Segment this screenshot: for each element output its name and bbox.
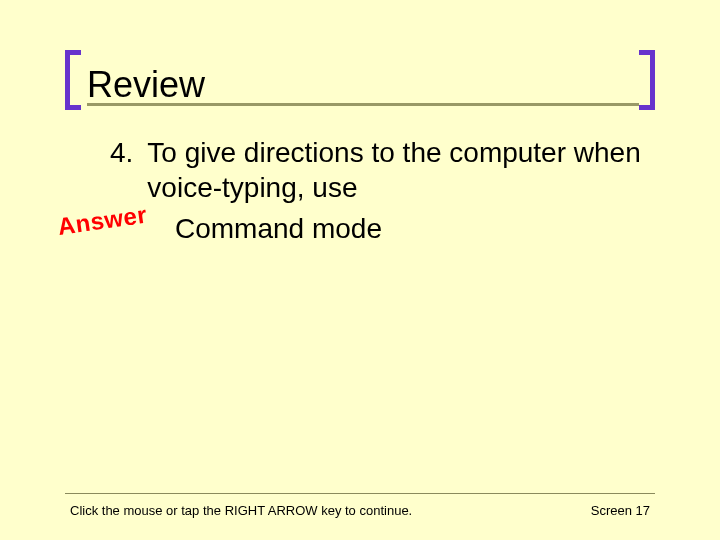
footer-divider xyxy=(65,493,655,494)
page-title: Review xyxy=(87,67,639,106)
bracket-right-icon xyxy=(639,50,655,110)
answer-label: Answer xyxy=(56,201,149,241)
question-text: To give directions to the computer when … xyxy=(147,135,650,205)
question-block: 4. To give directions to the computer wh… xyxy=(110,135,650,205)
question-number: 4. xyxy=(110,135,133,205)
answer-text: Command mode xyxy=(175,213,382,245)
footer-instruction: Click the mouse or tap the RIGHT ARROW k… xyxy=(70,503,412,518)
title-bar: Review xyxy=(65,50,655,110)
bracket-left-icon xyxy=(65,50,81,110)
screen-number: Screen 17 xyxy=(591,503,650,518)
